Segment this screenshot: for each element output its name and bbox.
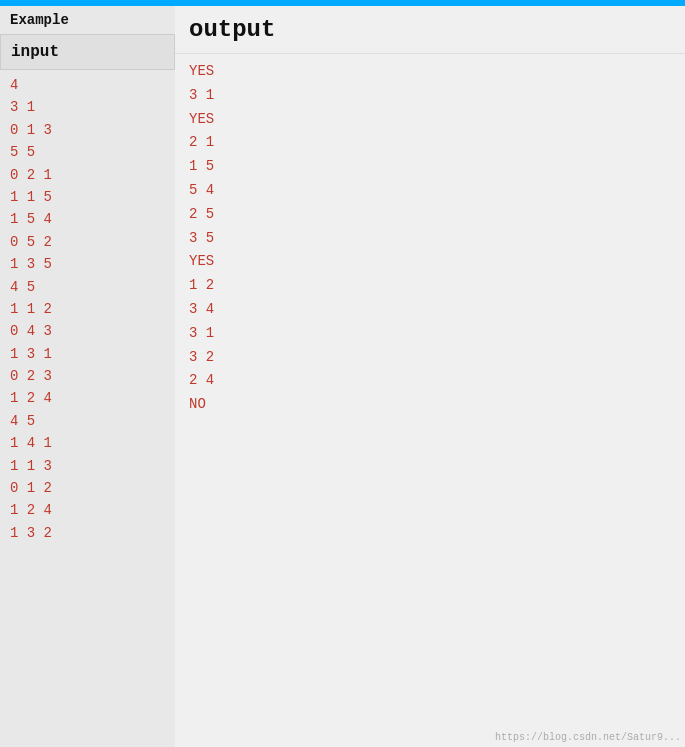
input-line: 0 4 3 [10, 320, 165, 342]
input-header: input [0, 34, 175, 70]
input-line: 4 5 [10, 276, 165, 298]
main-container: Example input 43 10 1 35 50 2 11 1 51 5 … [0, 0, 685, 747]
input-line: 0 5 2 [10, 231, 165, 253]
output-header: output [175, 6, 685, 54]
watermark: https://blog.csdn.net/Satur9... [495, 732, 681, 743]
input-line: 5 5 [10, 141, 165, 163]
output-content: YES3 1YES2 11 55 42 53 5YES1 23 43 13 22… [175, 54, 685, 747]
input-line: 1 3 5 [10, 253, 165, 275]
input-line: 1 2 4 [10, 387, 165, 409]
left-panel: Example input 43 10 1 35 50 2 11 1 51 5 … [0, 6, 175, 747]
output-line: 3 4 [189, 298, 671, 322]
right-panel: output YES3 1YES2 11 55 42 53 5YES1 23 4… [175, 6, 685, 747]
output-line: 3 1 [189, 322, 671, 346]
output-line: YES [189, 250, 671, 274]
input-line: 0 1 3 [10, 119, 165, 141]
output-line: 2 4 [189, 369, 671, 393]
input-line: 1 4 1 [10, 432, 165, 454]
input-line: 0 2 1 [10, 164, 165, 186]
output-line: 3 2 [189, 346, 671, 370]
output-line: 3 5 [189, 227, 671, 251]
input-line: 4 5 [10, 410, 165, 432]
input-line: 1 3 2 [10, 522, 165, 544]
output-line: 2 5 [189, 203, 671, 227]
output-line: NO [189, 393, 671, 417]
input-line: 1 1 5 [10, 186, 165, 208]
input-line: 0 1 2 [10, 477, 165, 499]
output-line: 2 1 [189, 131, 671, 155]
output-line: 1 2 [189, 274, 671, 298]
input-line: 1 3 1 [10, 343, 165, 365]
output-line: YES [189, 108, 671, 132]
input-line: 4 [10, 74, 165, 96]
output-line: YES [189, 60, 671, 84]
output-line: 5 4 [189, 179, 671, 203]
input-line: 3 1 [10, 96, 165, 118]
input-line: 1 2 4 [10, 499, 165, 521]
input-line: 1 1 2 [10, 298, 165, 320]
input-line: 0 2 3 [10, 365, 165, 387]
input-content: 43 10 1 35 50 2 11 1 51 5 40 5 21 3 54 5… [0, 70, 175, 747]
example-header: Example [0, 6, 175, 34]
output-line: 3 1 [189, 84, 671, 108]
input-line: 1 5 4 [10, 208, 165, 230]
input-line: 1 1 3 [10, 455, 165, 477]
content-area: Example input 43 10 1 35 50 2 11 1 51 5 … [0, 6, 685, 747]
output-line: 1 5 [189, 155, 671, 179]
